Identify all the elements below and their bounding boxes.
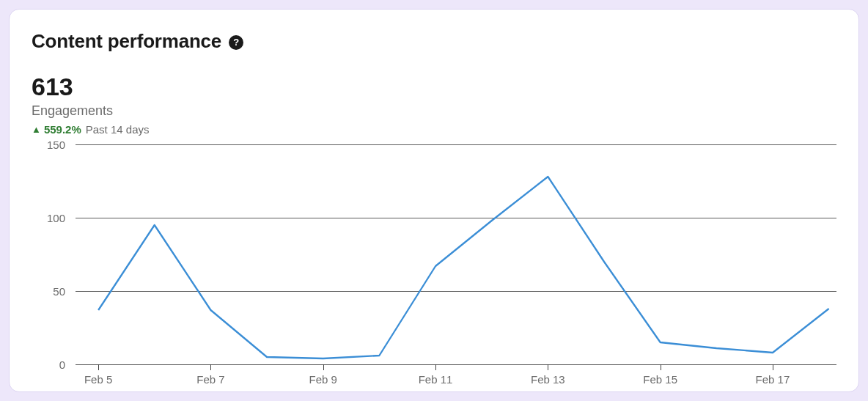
metric-block: 613 Engagements ▲ 559.2% Past 14 days <box>32 73 836 136</box>
line-svg <box>76 144 836 364</box>
delta-period: Past 14 days <box>86 123 150 136</box>
x-tickmark <box>548 364 548 370</box>
metric-label: Engagements <box>32 103 836 119</box>
x-tickmark <box>661 364 661 370</box>
x-tick-label: Feb 5 <box>84 373 112 386</box>
x-tick-label: Feb 13 <box>531 373 565 386</box>
plot-area <box>76 144 836 364</box>
chart: 050100150 <box>32 144 836 364</box>
y-tick-label: 100 <box>47 212 65 224</box>
gridline <box>76 364 836 365</box>
metric-delta: ▲ 559.2% Past 14 days <box>32 123 836 136</box>
x-tick-label: Feb 9 <box>309 373 337 386</box>
card-header: Content performance ? <box>32 30 836 53</box>
x-tickmark <box>210 364 211 370</box>
x-tick-label: Feb 11 <box>419 373 453 386</box>
delta-percent: 559.2% <box>44 123 81 136</box>
x-tickmark <box>323 364 324 370</box>
y-tick-label: 0 <box>59 358 65 371</box>
y-tick-label: 150 <box>47 139 65 151</box>
help-icon[interactable]: ? <box>229 35 243 50</box>
content-performance-card: Content performance ? 613 Engagements ▲ … <box>9 9 859 392</box>
x-tick-label: Feb 15 <box>643 373 677 386</box>
data-line <box>98 177 828 358</box>
triangle-up-icon: ▲ <box>32 124 41 135</box>
card-title: Content performance <box>32 30 221 53</box>
x-tickmark <box>435 364 436 370</box>
metric-value: 613 <box>32 73 836 100</box>
x-tickmark <box>773 364 773 370</box>
x-tick-label: Feb 7 <box>196 373 224 386</box>
x-tickmark <box>98 364 99 370</box>
y-tick-label: 50 <box>53 285 65 298</box>
x-tick-label: Feb 17 <box>756 373 790 386</box>
y-axis: 050100150 <box>32 144 76 364</box>
x-axis: Feb 5Feb 7Feb 9Feb 11Feb 13Feb 15Feb 17 <box>76 373 836 391</box>
